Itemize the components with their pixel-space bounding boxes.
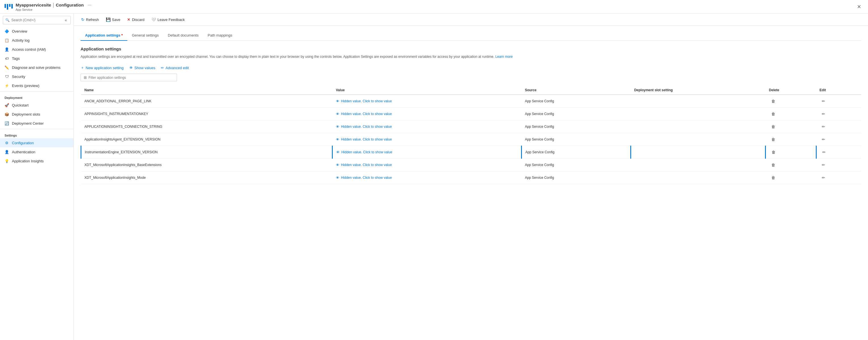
cell-deployment-slot: [631, 95, 766, 108]
overview-icon: 🔷: [4, 29, 9, 33]
content-area: ↻ Refresh 💾 Save ✕ Discard 🤍 Leave Feedb…: [74, 13, 868, 340]
sidebar-item-quickstart[interactable]: 🚀 Quickstart: [0, 101, 73, 110]
cell-edit: ✏: [816, 95, 861, 108]
sidebar-label-security: Security: [12, 74, 25, 79]
sidebar-item-tags[interactable]: 🏷 Tags: [0, 54, 73, 63]
show-values-button[interactable]: 👁 Show values: [129, 66, 155, 70]
filter-row: ⊞: [81, 74, 861, 81]
refresh-icon: ↻: [81, 17, 85, 22]
ellipsis-button[interactable]: ···: [88, 3, 91, 8]
cell-source: App Service Config: [521, 95, 630, 108]
show-values-label: Show values: [134, 66, 155, 70]
edit-button[interactable]: ✏: [819, 162, 828, 168]
cell-deployment-slot: [631, 159, 766, 171]
learn-more-link[interactable]: Learn more: [495, 55, 513, 59]
new-setting-button[interactable]: ＋ New application setting: [81, 65, 124, 70]
sidebar-item-deployment-center[interactable]: 🔄 Deployment Center: [0, 119, 73, 128]
sidebar-item-authentication[interactable]: 👤 Authentication: [0, 147, 73, 157]
tab-general-settings[interactable]: General settings: [127, 30, 163, 41]
app-subtitle: App Service: [16, 8, 91, 11]
save-label: Save: [112, 18, 121, 22]
cell-source: App Service Config: [521, 121, 630, 133]
cell-name: ANCM_ADDITIONAL_ERROR_PAGE_LINK: [81, 95, 333, 108]
sidebar-label-deployment-slots: Deployment slots: [12, 112, 40, 116]
hidden-value-link[interactable]: 👁 Hidden value. Click to show value: [336, 150, 518, 155]
sidebar-item-events[interactable]: ⚡ Events (preview): [0, 81, 73, 90]
search-input[interactable]: [11, 18, 62, 22]
feedback-label: Leave Feedback: [157, 18, 185, 22]
edit-button[interactable]: ✏: [819, 123, 828, 130]
delete-button[interactable]: 🗑: [769, 110, 777, 117]
cell-delete: 🗑: [766, 95, 816, 108]
save-button[interactable]: 💾 Save: [103, 16, 123, 23]
cell-deployment-slot: [631, 171, 766, 184]
sidebar-item-security[interactable]: 🛡 Security: [0, 72, 73, 81]
eye-icon: 👁: [336, 125, 340, 129]
tab-path-mappings[interactable]: Path mappings: [203, 30, 237, 41]
feedback-icon: 🤍: [151, 17, 156, 22]
sidebar-item-access-control[interactable]: 👤 Access control (IAM): [0, 45, 73, 54]
sidebar-label-diagnose: Diagnose and solve problems: [12, 65, 60, 70]
discard-icon: ✕: [127, 17, 130, 22]
edit-button[interactable]: ✏: [820, 149, 828, 156]
sidebar-item-diagnose[interactable]: ✏️ Diagnose and solve problems: [0, 63, 73, 72]
feedback-button[interactable]: 🤍 Leave Feedback: [148, 16, 187, 23]
cell-edit: ✏: [816, 159, 861, 171]
events-icon: ⚡: [4, 83, 9, 88]
table-row: ANCM_ADDITIONAL_ERROR_PAGE_LINK👁 Hidden …: [81, 95, 862, 108]
section-title: Application settings: [81, 46, 861, 51]
authentication-icon: 👤: [4, 149, 9, 154]
section-description: Application settings are encrypted at re…: [81, 54, 861, 60]
tab-app-settings[interactable]: Application settings *: [81, 30, 127, 41]
delete-button[interactable]: 🗑: [769, 162, 777, 168]
cell-delete: 🗑: [766, 171, 816, 184]
cell-delete: 🗑: [766, 133, 816, 146]
sidebar-item-overview[interactable]: 🔷 Overview: [0, 27, 73, 36]
hidden-value-link[interactable]: 👁 Hidden value. Click to show value: [336, 112, 518, 116]
advanced-edit-button[interactable]: ✏ Advanced edit: [161, 66, 189, 70]
hidden-value-link[interactable]: 👁 Hidden value. Click to show value: [336, 163, 518, 167]
eye-icon: 👁: [336, 163, 340, 167]
filter-icon: ⊞: [84, 75, 87, 80]
delete-button[interactable]: 🗑: [769, 136, 777, 143]
tab-default-docs[interactable]: Default documents: [163, 30, 203, 41]
sidebar-label-deployment-center: Deployment Center: [12, 121, 44, 126]
collapse-button[interactable]: «: [64, 17, 68, 23]
edit-button[interactable]: ✏: [819, 98, 828, 105]
delete-button[interactable]: 🗑: [769, 149, 778, 156]
delete-button[interactable]: 🗑: [769, 123, 777, 130]
filter-input[interactable]: [89, 76, 174, 80]
sidebar-item-configuration[interactable]: ⚙ Configuration: [0, 138, 73, 147]
quickstart-icon: 🚀: [4, 103, 9, 107]
refresh-button[interactable]: ↻ Refresh: [78, 16, 102, 23]
sidebar-label-tags: Tags: [12, 56, 20, 61]
cell-edit: ✏: [816, 171, 861, 184]
delete-button[interactable]: 🗑: [769, 98, 777, 105]
actions-row: ＋ New application setting 👁 Show values …: [81, 65, 861, 70]
hidden-value-link[interactable]: 👁 Hidden value. Click to show value: [336, 137, 518, 142]
table-row: XDT_MicrosoftApplicationInsights_Mode👁 H…: [81, 171, 862, 184]
delete-button[interactable]: 🗑: [769, 174, 777, 181]
show-values-icon: 👁: [129, 66, 133, 70]
cell-name: ApplicationInsightsAgent_EXTENSION_VERSI…: [81, 133, 333, 146]
cell-value: 👁 Hidden value. Click to show value: [333, 121, 522, 133]
close-button[interactable]: ✕: [855, 3, 864, 11]
sidebar-item-deployment-slots[interactable]: 📦 Deployment slots: [0, 110, 73, 119]
edit-button[interactable]: ✏: [819, 174, 828, 181]
sidebar-item-application-insights[interactable]: 💡 Application Insights: [0, 157, 73, 166]
table-row: APPINSIGHTS_INSTRUMENTATIONKEY👁 Hidden v…: [81, 108, 862, 121]
hidden-value-link[interactable]: 👁 Hidden value. Click to show value: [336, 125, 518, 129]
hidden-value-link[interactable]: 👁 Hidden value. Click to show value: [336, 176, 518, 180]
edit-button[interactable]: ✏: [819, 136, 828, 143]
cell-name: XDT_MicrosoftApplicationInsights_BaseExt…: [81, 159, 333, 171]
eye-icon: 👁: [336, 150, 340, 155]
cell-value: 👁 Hidden value. Click to show value: [333, 95, 522, 108]
hidden-value-link[interactable]: 👁 Hidden value. Click to show value: [336, 99, 518, 103]
sidebar-label-configuration: Configuration: [12, 141, 34, 145]
sidebar-item-activity-log[interactable]: 📋 Activity log: [0, 36, 73, 45]
cell-delete: 🗑: [766, 159, 816, 171]
search-box: 🔍 «: [3, 16, 71, 24]
discard-button[interactable]: ✕ Discard: [124, 16, 147, 23]
table-header-row: Name Value Source Deployment slot settin…: [81, 86, 862, 95]
edit-button[interactable]: ✏: [819, 110, 828, 117]
